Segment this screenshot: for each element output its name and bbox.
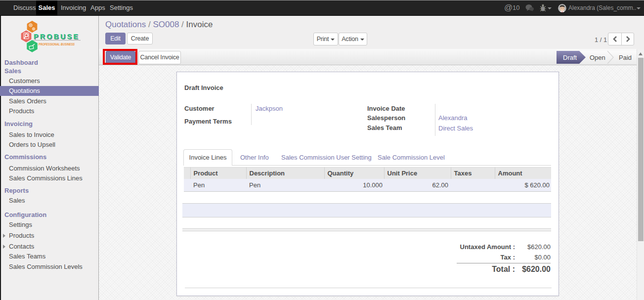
svg-text:Paid: Paid xyxy=(619,54,632,61)
svg-text:Open: Open xyxy=(590,54,605,61)
svg-text:PROFESSIONAL BUSINESS: PROFESSIONAL BUSINESS xyxy=(39,42,75,46)
svg-text:PROBUSE: PROBUSE xyxy=(34,32,80,41)
svg-text:Draft: Draft xyxy=(563,54,577,61)
